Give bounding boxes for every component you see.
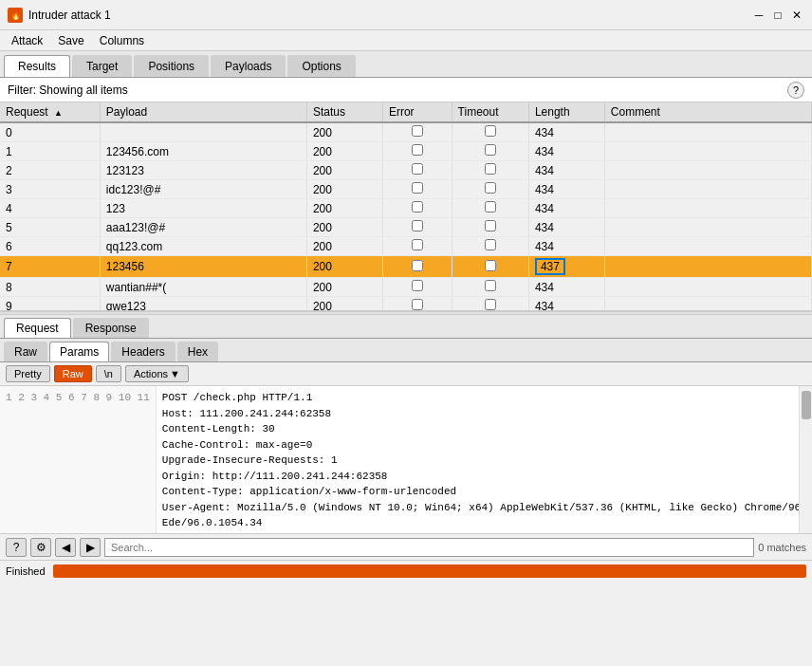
tab-payloads[interactable]: Payloads: [211, 55, 286, 77]
inner-tab-headers[interactable]: Headers: [111, 342, 175, 361]
status-text: Finished: [6, 565, 46, 577]
search-input[interactable]: [104, 538, 754, 557]
cell-timeout[interactable]: [452, 218, 528, 237]
cell-error[interactable]: [382, 297, 452, 311]
cell-error[interactable]: [382, 180, 452, 199]
help-icon-button[interactable]: ?: [6, 538, 27, 557]
matches-badge: 0 matches: [758, 542, 806, 553]
status-bar: Finished: [0, 560, 812, 581]
tab-target[interactable]: Target: [72, 55, 132, 77]
tab-results[interactable]: Results: [4, 55, 70, 77]
menu-columns[interactable]: Columns: [92, 32, 152, 49]
code-area[interactable]: 1 2 3 4 5 6 7 8 9 10 11 POST /check.php …: [0, 386, 812, 533]
main-tabs: Results Target Positions Payloads Option…: [0, 51, 812, 78]
cell-timeout[interactable]: [452, 297, 528, 311]
cell-status: 200: [306, 278, 382, 297]
table-row[interactable]: 1 123456.com 200 434: [0, 142, 812, 161]
titlebar: 🔥 Intruder attack 1 ─ □ ✕: [0, 0, 812, 30]
inner-tab-raw-inactive[interactable]: Raw: [4, 342, 47, 361]
cell-id: 0: [0, 122, 100, 142]
table-row[interactable]: 4 123 200 434: [0, 199, 812, 218]
col-error[interactable]: Error: [382, 102, 452, 122]
code-content[interactable]: POST /check.php HTTP/1.1 Host: 111.200.2…: [157, 386, 799, 533]
help-button[interactable]: ?: [787, 82, 804, 99]
actions-arrow: ▼: [170, 368, 180, 379]
cell-id: 4: [0, 199, 100, 218]
inner-tabs: Raw Params Headers Hex: [0, 339, 812, 362]
cell-timeout[interactable]: [452, 278, 528, 297]
sub-tab-request[interactable]: Request: [4, 318, 71, 338]
cell-error[interactable]: [382, 237, 452, 256]
forward-button[interactable]: ▶: [80, 538, 101, 557]
cell-id: 1: [0, 142, 100, 161]
cell-error[interactable]: [382, 218, 452, 237]
cell-comment: [604, 297, 811, 311]
table-row[interactable]: 2 123123 200 434: [0, 161, 812, 180]
menu-save[interactable]: Save: [50, 32, 91, 49]
tab-positions[interactable]: Positions: [134, 55, 209, 77]
cell-length: 434: [528, 180, 604, 199]
actions-button[interactable]: Actions ▼: [125, 365, 189, 382]
col-comment[interactable]: Comment: [604, 102, 811, 122]
col-payload[interactable]: Payload: [100, 102, 306, 122]
cell-error[interactable]: [382, 256, 452, 278]
table-row[interactable]: 6 qq123.com 200 434: [0, 237, 812, 256]
cell-timeout[interactable]: [452, 256, 528, 278]
table-row[interactable]: 7 123456 200 437: [0, 256, 812, 278]
tab-options[interactable]: Options: [287, 55, 355, 77]
menubar: Attack Save Columns: [0, 30, 812, 51]
cell-length: 437: [528, 256, 604, 278]
cell-comment: [604, 237, 811, 256]
menu-attack[interactable]: Attack: [4, 32, 50, 49]
newline-button[interactable]: \n: [96, 365, 121, 382]
cell-error[interactable]: [382, 122, 452, 142]
cell-error[interactable]: [382, 161, 452, 180]
cell-status: 200: [306, 237, 382, 256]
cell-timeout[interactable]: [452, 180, 528, 199]
cell-payload: idc123!@#: [100, 180, 306, 199]
col-length[interactable]: Length: [528, 102, 604, 122]
table-row[interactable]: 5 aaa123!@# 200 434: [0, 218, 812, 237]
cell-timeout[interactable]: [452, 142, 528, 161]
cell-timeout[interactable]: [452, 199, 528, 218]
cell-error[interactable]: [382, 199, 452, 218]
cell-comment: [604, 199, 811, 218]
cell-error[interactable]: [382, 142, 452, 161]
cell-status: 200: [306, 161, 382, 180]
cell-timeout[interactable]: [452, 161, 528, 180]
filter-bar: Filter: Showing all items ?: [0, 78, 812, 102]
cell-length: 434: [528, 142, 604, 161]
col-request[interactable]: Request ▲: [0, 102, 100, 122]
table-row[interactable]: 0 200 434: [0, 122, 812, 142]
col-status[interactable]: Status: [306, 102, 382, 122]
cell-comment: [604, 161, 811, 180]
cell-length: 434: [528, 297, 604, 311]
minimize-button[interactable]: ─: [751, 8, 766, 23]
table-row[interactable]: 3 idc123!@# 200 434: [0, 180, 812, 199]
col-timeout[interactable]: Timeout: [452, 102, 528, 122]
inner-tab-params[interactable]: Params: [49, 342, 109, 361]
close-button[interactable]: ✕: [789, 8, 804, 23]
cell-payload: 123123: [100, 161, 306, 180]
raw-button[interactable]: Raw: [54, 365, 92, 382]
table-row[interactable]: 9 qwe123 200 434: [0, 297, 812, 311]
back-button[interactable]: ◀: [55, 538, 76, 557]
inner-tab-hex[interactable]: Hex: [177, 342, 218, 361]
table-row[interactable]: 8 wantian##*( 200 434: [0, 278, 812, 297]
code-scroll-thumb: [802, 391, 811, 419]
cell-comment: [604, 142, 811, 161]
filter-text: Showing all items: [39, 83, 127, 97]
sub-tab-response[interactable]: Response: [73, 318, 149, 338]
cell-timeout[interactable]: [452, 122, 528, 142]
cell-error[interactable]: [382, 278, 452, 297]
settings-button[interactable]: ⚙: [30, 538, 51, 557]
cell-payload: qwe123: [100, 297, 306, 311]
cell-status: 200: [306, 180, 382, 199]
line-numbers: 1 2 3 4 5 6 7 8 9 10 11: [0, 386, 157, 533]
bottom-bar: ? ⚙ ◀ ▶ 0 matches: [0, 533, 812, 560]
pretty-button[interactable]: Pretty: [6, 365, 50, 382]
cell-comment: [604, 180, 811, 199]
maximize-button[interactable]: □: [770, 8, 785, 23]
results-table-container[interactable]: Request ▲ Payload Status Error Timeout L…: [0, 102, 812, 310]
cell-timeout[interactable]: [452, 237, 528, 256]
